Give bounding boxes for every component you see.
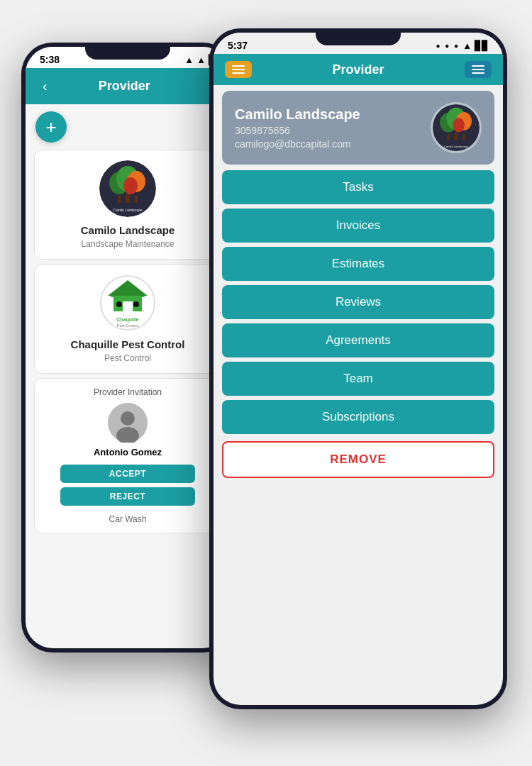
reviews-button[interactable]: Reviews <box>222 285 494 319</box>
phone-front-screen: 5:37 ● ● ● ▲ ▊▊ Provider <box>214 33 503 705</box>
team-button[interactable]: Team <box>222 362 494 396</box>
status-icons-front: ● ● ● ▲ ▊▊ <box>436 40 489 51</box>
svg-point-4 <box>123 177 138 194</box>
remove-button[interactable]: REMOVE <box>222 441 494 478</box>
invitation-card: Provider Invitation Antonio Gomez ACCEPT… <box>34 378 221 533</box>
svg-text:Camilo Landscape: Camilo Landscape <box>444 145 469 148</box>
back-button[interactable]: ‹ <box>37 75 53 97</box>
tasks-button[interactable]: Tasks <box>222 170 494 204</box>
provider-info-card: Camilo Landscape 3059875656 camilogo@dbc… <box>222 91 494 165</box>
nav-bar-back: ‹ Provider <box>26 68 230 104</box>
svg-text:Camilo Landscape: Camilo Landscape <box>113 208 143 212</box>
phone-front: 5:37 ● ● ● ▲ ▊▊ Provider <box>209 28 507 709</box>
invitation-title: Provider Invitation <box>43 387 212 397</box>
invitation-service: Car Wash <box>43 514 212 524</box>
svg-rect-27 <box>462 134 465 140</box>
wifi-front-icon: ▲ <box>462 40 472 51</box>
signal-dots-icon: ● ● ● <box>436 42 460 50</box>
invitation-avatar <box>108 403 148 443</box>
accept-button[interactable]: ACCEPT <box>60 465 195 483</box>
provider-name: Camilo Landscape <box>235 106 360 123</box>
status-bar-front: 5:37 ● ● ● ▲ ▊▊ <box>214 33 503 54</box>
svg-rect-7 <box>135 196 138 203</box>
provider-logo-front: Camilo Landscape <box>431 102 482 153</box>
invitation-name: Antonio Gomez <box>43 447 212 457</box>
status-time-back: 5:38 <box>40 54 60 65</box>
svg-point-24 <box>453 118 465 132</box>
fab-add-button[interactable]: + <box>35 111 67 143</box>
wifi-icon: ▲ <box>196 55 206 65</box>
agreements-button[interactable]: Agreements <box>222 323 494 357</box>
menu-left-button[interactable] <box>225 61 252 78</box>
nav-title-back: Provider <box>99 79 150 94</box>
chaquille-logo: Chaquille Pest Control <box>99 274 156 331</box>
status-time-front: 5:37 <box>228 40 248 51</box>
subscriptions-button[interactable]: Subscriptions <box>222 400 494 434</box>
nav-title-front: Provider <box>332 62 384 77</box>
reject-button[interactable]: REJECT <box>60 487 195 506</box>
nav-bar-front: Provider <box>214 54 503 85</box>
svg-rect-5 <box>126 194 130 203</box>
phone-back-screen: 5:38 ▲ ▲ ▊ ‹ Provider + <box>26 47 230 648</box>
invoices-button[interactable]: Invoices <box>222 209 494 243</box>
camilo-category: Landscape Maintenance <box>82 239 174 249</box>
svg-point-13 <box>116 301 122 307</box>
signal-icon: ▲ <box>184 55 194 65</box>
svg-point-18 <box>121 411 135 426</box>
menu-right-button[interactable] <box>465 61 492 78</box>
provider-info-text: Camilo Landscape 3059875656 camilogo@dbc… <box>235 106 360 150</box>
provider-card-chaquille[interactable]: Chaquille Pest Control Chaquille Pest Co… <box>34 264 221 374</box>
estimates-button[interactable]: Estimates <box>222 247 494 281</box>
camilo-logo: Camilo Landscape <box>99 160 156 217</box>
provider-card-camilo[interactable]: Camilo Landscape Camilo Landscape Landsc… <box>34 150 221 260</box>
camilo-name: Camilo Landscape <box>81 224 175 236</box>
status-bar-back: 5:38 ▲ ▲ ▊ <box>26 47 230 68</box>
svg-rect-12 <box>123 301 133 311</box>
provider-phone: 3059875656 <box>235 125 360 136</box>
phone-back: 5:38 ▲ ▲ ▊ ‹ Provider + <box>21 43 234 653</box>
svg-point-14 <box>133 301 139 307</box>
svg-rect-6 <box>118 196 121 203</box>
scene: 5:38 ▲ ▲ ▊ ‹ Provider + <box>0 0 532 766</box>
svg-rect-25 <box>454 133 458 140</box>
svg-text:Pest Control: Pest Control <box>117 323 138 328</box>
battery-front-icon: ▊▊ <box>475 40 489 51</box>
svg-rect-26 <box>447 134 450 140</box>
chaquille-name: Chaquille Pest Control <box>71 338 185 350</box>
chaquille-category: Pest Control <box>104 353 151 363</box>
svg-text:Chaquille: Chaquille <box>116 317 139 323</box>
provider-email: camilogo@dbccapital.com <box>235 138 360 150</box>
